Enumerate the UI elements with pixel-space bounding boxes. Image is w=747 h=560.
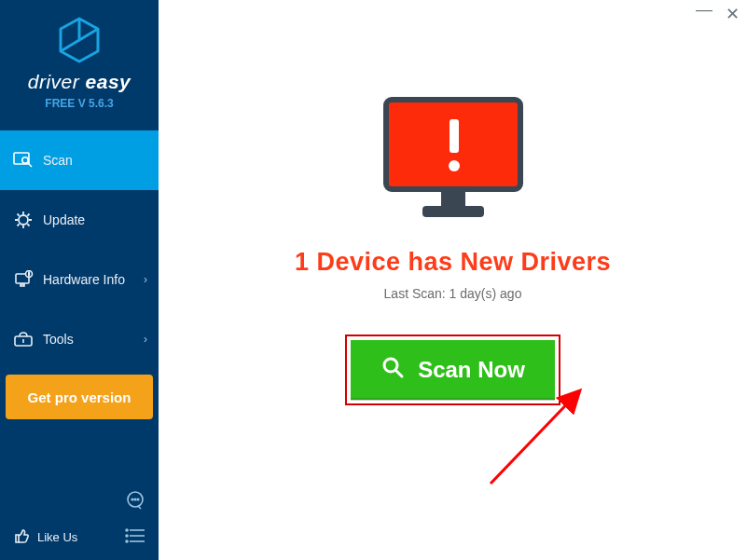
close-button[interactable]: ✕ (726, 6, 740, 22)
thumbs-up-icon (13, 527, 30, 547)
tools-icon (13, 331, 34, 348)
nav: Scan Update i (0, 130, 159, 369)
version-label: FREE V 5.6.3 (0, 97, 159, 110)
chevron-right-icon: › (144, 333, 147, 346)
logo-block: driver easy FREE V 5.6.3 (0, 0, 159, 119)
main-content: — ✕ 1 Device has New Drivers Last Scan: … (159, 0, 747, 560)
get-pro-button[interactable]: Get pro version (6, 375, 153, 419)
sidebar-item-update[interactable]: Update (0, 190, 159, 250)
update-icon (13, 211, 34, 229)
nav-label: Hardware Info (43, 272, 125, 287)
get-pro-label: Get pro version (28, 389, 131, 405)
sidebar-bottom: Like Us (0, 518, 159, 560)
scan-icon (13, 152, 34, 169)
chat-icon[interactable] (125, 490, 145, 514)
svg-point-17 (126, 535, 128, 537)
chevron-right-icon: › (144, 273, 147, 286)
svg-rect-25 (450, 119, 459, 153)
nav-label: Tools (43, 332, 74, 347)
svg-point-26 (449, 160, 460, 171)
hardware-icon: i (13, 270, 34, 289)
window-controls: — ✕ (696, 6, 740, 22)
app-window: driver easy FREE V 5.6.3 Scan (0, 0, 747, 560)
svg-rect-23 (441, 189, 465, 206)
sidebar: driver easy FREE V 5.6.3 Scan (0, 0, 159, 560)
svg-rect-24 (422, 206, 484, 217)
svg-point-14 (137, 499, 139, 500)
sidebar-item-scan[interactable]: Scan (0, 130, 159, 190)
nav-label: Update (43, 212, 85, 227)
svg-line-30 (491, 392, 578, 484)
svg-line-28 (395, 370, 402, 376)
headline: 1 Device has New Drivers (159, 248, 747, 277)
sidebar-item-hardware[interactable]: i Hardware Info › (0, 250, 159, 309)
svg-point-15 (126, 529, 128, 531)
logo-icon (57, 17, 102, 67)
content: 1 Device has New Drivers Last Scan: 1 da… (159, 0, 747, 405)
svg-rect-6 (21, 284, 24, 286)
annotation-arrow-icon (485, 377, 597, 489)
like-us-button[interactable]: Like Us (13, 527, 77, 547)
brand-name: driver easy (0, 71, 159, 93)
nav-label: Scan (43, 153, 73, 168)
svg-text:i: i (28, 271, 29, 277)
menu-icon[interactable] (125, 528, 145, 547)
svg-point-13 (134, 499, 136, 500)
svg-point-19 (126, 540, 128, 542)
monitor-alert-icon (383, 97, 523, 224)
search-icon (380, 355, 405, 385)
svg-point-4 (19, 215, 28, 225)
svg-point-2 (22, 157, 28, 163)
like-us-label: Like Us (37, 530, 77, 544)
sidebar-item-tools[interactable]: Tools › (0, 309, 159, 369)
minimize-button[interactable]: — (696, 1, 712, 18)
svg-point-12 (131, 499, 133, 500)
last-scan-label: Last Scan: 1 day(s) ago (159, 286, 747, 301)
